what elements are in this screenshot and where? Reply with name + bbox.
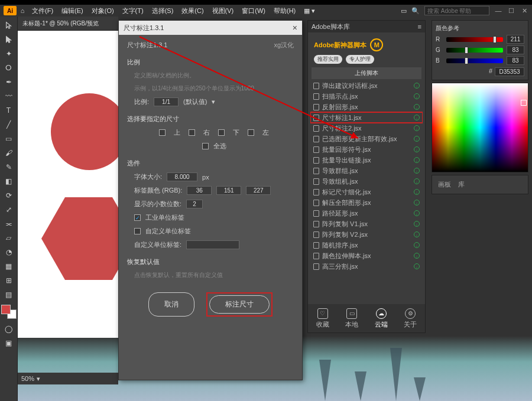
spectrum-marker[interactable]: [521, 100, 527, 106]
download-icon[interactable]: ↓: [414, 178, 420, 184]
menu-type[interactable]: 文字(T): [119, 5, 147, 17]
script-panel-tab[interactable]: Adobe脚本库 ≡: [308, 21, 425, 32]
script-item[interactable]: 随机排序.jsx↓: [310, 240, 423, 250]
zoom-value[interactable]: 50%: [21, 375, 34, 382]
footer-cloud[interactable]: ☁云端: [375, 308, 388, 329]
share-icon[interactable]: ▭: [401, 7, 407, 15]
menu-extra-icon[interactable]: ▦ ▾: [300, 6, 319, 16]
maximize-icon[interactable]: ☐: [507, 6, 515, 15]
color-swatch-pair[interactable]: [1, 305, 17, 319]
download-icon[interactable]: ↓: [414, 242, 420, 248]
chk-down[interactable]: [218, 129, 225, 136]
download-icon[interactable]: ↓: [414, 93, 420, 99]
width-tool[interactable]: ⫘: [1, 217, 17, 230]
eraser-tool[interactable]: ◧: [1, 175, 17, 188]
type-tool[interactable]: T: [1, 104, 17, 117]
menu-window[interactable]: 窗口(W): [238, 5, 269, 17]
scale-input[interactable]: [154, 97, 179, 106]
download-icon[interactable]: ↓: [414, 157, 420, 163]
download-icon[interactable]: ↓: [414, 146, 420, 152]
pill-recommended[interactable]: 推荐实用: [314, 55, 342, 64]
script-item[interactable]: 尺寸标注1.jsx↓: [310, 112, 423, 123]
download-icon[interactable]: ↓: [414, 253, 420, 259]
b-value[interactable]: 83: [507, 56, 524, 65]
zoom-dropdown-icon[interactable]: ▾: [37, 375, 40, 383]
gradient-tool[interactable]: ▤: [1, 288, 17, 301]
script-item[interactable]: 反射回形.jsx↓: [310, 102, 423, 112]
rect-tool[interactable]: ▭: [1, 132, 17, 145]
g-slider[interactable]: [446, 48, 503, 53]
ok-button[interactable]: 标注尺寸: [209, 295, 270, 314]
pill-curated[interactable]: 专人护理: [346, 55, 374, 64]
scale-tool[interactable]: ⤢: [1, 203, 17, 216]
rotate-tool[interactable]: ⟳: [1, 189, 17, 202]
shape-circle[interactable]: [51, 93, 128, 170]
scale-dropdown-icon[interactable]: ▾: [212, 98, 215, 106]
script-item[interactable]: 阵列复制 V2.jsx↓: [310, 229, 423, 240]
dialog-close-icon[interactable]: ×: [293, 23, 297, 32]
menu-effect[interactable]: 效果(C): [178, 5, 207, 17]
footer-fav[interactable]: ♡收藏: [316, 308, 329, 329]
r-value[interactable]: 211: [507, 35, 524, 44]
search-icon[interactable]: 🔍: [411, 7, 420, 15]
chk-right[interactable]: [189, 129, 195, 136]
script-item[interactable]: 导致组机.jsx↓: [310, 176, 423, 187]
chk-all[interactable]: [202, 143, 209, 149]
minimize-icon[interactable]: —: [494, 6, 502, 15]
font-input[interactable]: [167, 172, 197, 181]
download-icon[interactable]: ↓: [414, 189, 420, 195]
menu-help[interactable]: 帮助(H): [270, 5, 299, 17]
download-icon[interactable]: ↓: [414, 232, 420, 237]
script-item[interactable]: 扫描示点.jsx↓: [310, 91, 423, 102]
screen-mode-icon[interactable]: ▣: [1, 337, 17, 350]
selection-tool[interactable]: [1, 19, 17, 32]
r-slider[interactable]: [446, 37, 503, 42]
direct-select-tool[interactable]: [1, 33, 17, 46]
home-icon[interactable]: ⌂: [18, 6, 27, 15]
close-icon[interactable]: ✕: [520, 6, 528, 15]
download-icon[interactable]: ↓: [414, 200, 420, 206]
canvas[interactable]: [18, 31, 118, 338]
download-icon[interactable]: ↓: [414, 221, 420, 227]
menu-file[interactable]: 文件(F): [28, 5, 57, 17]
menu-object[interactable]: 对象(O): [88, 5, 118, 17]
document-tab[interactable]: 未标题-1* @ 50% (RGB/预览: [18, 17, 118, 31]
script-item[interactable]: 弹出建议对话框.jsx↓: [310, 80, 423, 91]
script-item[interactable]: 标记尺寸细化.jsx↓: [310, 187, 423, 197]
script-item[interactable]: 阵列复制 V1.jsx↓: [310, 219, 423, 229]
menu-view[interactable]: 视图(V): [209, 5, 238, 17]
script-item[interactable]: 解压全部图形.jsx↓: [310, 197, 423, 208]
panel-menu-icon[interactable]: ≡: [418, 23, 421, 30]
draw-mode-icon[interactable]: ◯: [1, 322, 17, 335]
g-value[interactable]: 83: [507, 45, 524, 54]
footer-about[interactable]: ⚙关于: [404, 308, 417, 329]
line-tool[interactable]: ╱: [1, 118, 17, 131]
script-item[interactable]: 高三分割.jsx↓: [310, 261, 423, 272]
chk-eng-unit[interactable]: [134, 214, 141, 221]
wand-tool[interactable]: ✦: [1, 47, 17, 60]
color-spectrum[interactable]: [432, 83, 528, 172]
footer-local[interactable]: ▭本地: [345, 308, 358, 329]
script-item[interactable]: 导致群组.jsx↓: [310, 165, 423, 176]
curve-tool[interactable]: 〰: [1, 90, 17, 103]
script-item[interactable]: 尺寸标注2.jsx↓: [310, 123, 423, 133]
shaper-tool[interactable]: ✎: [1, 161, 17, 174]
chk-custom-unit[interactable]: [134, 228, 141, 234]
upload-tab[interactable]: 上传脚本: [312, 67, 421, 79]
download-icon[interactable]: ↓: [414, 125, 420, 131]
menu-select[interactable]: 选择(S): [148, 5, 177, 17]
hex-value[interactable]: D35353: [495, 67, 524, 76]
cancel-button[interactable]: 取消: [148, 292, 194, 317]
b-slider[interactable]: [446, 58, 503, 63]
chk-left[interactable]: [248, 129, 254, 136]
tab-library[interactable]: 库: [458, 180, 465, 189]
shape-builder-tool[interactable]: ◔: [1, 246, 17, 259]
download-icon[interactable]: ↓: [414, 263, 420, 269]
script-item[interactable]: 路径延形.jsx↓: [310, 208, 423, 219]
tab-swatchboard[interactable]: 画板: [438, 180, 451, 189]
script-item[interactable]: 颜色拉伸脚本.jsx↓: [310, 250, 423, 261]
mesh-tool[interactable]: ⊞: [1, 274, 17, 287]
dialog-credit[interactable]: xg汉化: [274, 41, 294, 50]
menu-edit[interactable]: 编辑(E): [58, 5, 87, 17]
search-input[interactable]: [424, 6, 489, 15]
